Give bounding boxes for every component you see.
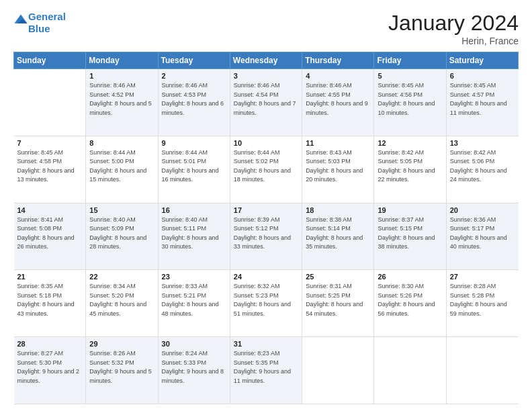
day-info: Sunrise: 8:31 AMSunset: 5:25 PMDaylight:… <box>306 283 363 317</box>
day-info: Sunrise: 8:37 AMSunset: 5:15 PMDaylight:… <box>378 216 435 250</box>
weekday-header-saturday: Saturday <box>446 52 518 69</box>
calendar-cell: 24 Sunrise: 8:32 AMSunset: 5:23 PMDaylig… <box>230 270 302 337</box>
day-number: 9 <box>162 139 226 147</box>
logo-icon <box>13 13 28 28</box>
calendar-cell: 14 Sunrise: 8:41 AMSunset: 5:08 PMDaylig… <box>14 203 86 270</box>
weekday-header-monday: Monday <box>86 52 158 69</box>
logo-text-line2: Blue <box>28 23 66 35</box>
calendar-cell: 30 Sunrise: 8:24 AMSunset: 5:33 PMDaylig… <box>158 337 230 404</box>
calendar-cell <box>302 337 374 404</box>
day-number: 12 <box>378 139 442 147</box>
day-info: Sunrise: 8:42 AMSunset: 5:05 PMDaylight:… <box>378 149 435 183</box>
day-info: Sunrise: 8:40 AMSunset: 5:09 PMDaylight:… <box>89 216 146 250</box>
day-number: 5 <box>378 72 442 80</box>
weekday-header-sunday: Sunday <box>14 52 86 69</box>
calendar-cell: 15 Sunrise: 8:40 AMSunset: 5:09 PMDaylig… <box>86 203 158 270</box>
calendar-cell: 19 Sunrise: 8:37 AMSunset: 5:15 PMDaylig… <box>374 203 446 270</box>
calendar-cell: 9 Sunrise: 8:44 AMSunset: 5:01 PMDayligh… <box>158 136 230 203</box>
day-info: Sunrise: 8:46 AMSunset: 4:52 PMDaylight:… <box>89 82 152 116</box>
day-info: Sunrise: 8:42 AMSunset: 5:06 PMDaylight:… <box>450 149 507 183</box>
calendar-cell: 8 Sunrise: 8:44 AMSunset: 5:00 PMDayligh… <box>86 136 158 203</box>
day-number: 27 <box>450 273 515 281</box>
week-row-1: 1 Sunrise: 8:46 AMSunset: 4:52 PMDayligh… <box>14 69 519 136</box>
calendar-cell: 23 Sunrise: 8:33 AMSunset: 5:21 PMDaylig… <box>158 270 230 337</box>
day-number: 16 <box>162 206 226 214</box>
day-info: Sunrise: 8:45 AMSunset: 4:58 PMDaylight:… <box>17 149 75 183</box>
calendar-cell: 2 Sunrise: 8:46 AMSunset: 4:53 PMDayligh… <box>158 69 230 136</box>
week-row-5: 28 Sunrise: 8:27 AMSunset: 5:30 PMDaylig… <box>14 337 519 404</box>
day-number: 31 <box>234 340 298 348</box>
weekday-header-row: SundayMondayTuesdayWednesdayThursdayFrid… <box>14 52 519 69</box>
day-number: 10 <box>234 139 298 147</box>
day-info: Sunrise: 8:40 AMSunset: 5:11 PMDaylight:… <box>162 216 219 250</box>
day-info: Sunrise: 8:45 AMSunset: 4:56 PMDaylight:… <box>378 82 435 116</box>
calendar-cell: 20 Sunrise: 8:36 AMSunset: 5:17 PMDaylig… <box>446 203 518 270</box>
day-number: 22 <box>89 273 154 281</box>
calendar-cell: 28 Sunrise: 8:27 AMSunset: 5:30 PMDaylig… <box>14 337 86 404</box>
logo-text-line1: General <box>28 11 66 23</box>
day-info: Sunrise: 8:46 AMSunset: 4:53 PMDaylight:… <box>162 82 224 116</box>
calendar-cell: 12 Sunrise: 8:42 AMSunset: 5:05 PMDaylig… <box>374 136 446 203</box>
weekday-header-tuesday: Tuesday <box>158 52 230 69</box>
day-number: 19 <box>378 206 442 214</box>
day-info: Sunrise: 8:24 AMSunset: 5:33 PMDaylight:… <box>162 350 224 384</box>
day-number: 4 <box>306 72 370 80</box>
day-info: Sunrise: 8:32 AMSunset: 5:23 PMDaylight:… <box>234 283 291 317</box>
calendar-cell: 26 Sunrise: 8:30 AMSunset: 5:26 PMDaylig… <box>374 270 446 337</box>
day-info: Sunrise: 8:44 AMSunset: 5:00 PMDaylight:… <box>89 149 146 183</box>
logo: General Blue <box>13 11 66 35</box>
calendar-cell: 11 Sunrise: 8:43 AMSunset: 5:03 PMDaylig… <box>302 136 374 203</box>
calendar-cell: 27 Sunrise: 8:28 AMSunset: 5:28 PMDaylig… <box>446 270 518 337</box>
title-block: January 2024 Herin, France <box>388 11 519 46</box>
day-number: 29 <box>89 340 154 348</box>
calendar-cell: 18 Sunrise: 8:38 AMSunset: 5:14 PMDaylig… <box>302 203 374 270</box>
day-number: 14 <box>17 206 83 214</box>
day-number: 26 <box>378 273 442 281</box>
day-info: Sunrise: 8:41 AMSunset: 5:08 PMDaylight:… <box>17 216 75 250</box>
day-info: Sunrise: 8:46 AMSunset: 4:55 PMDaylight:… <box>306 82 368 116</box>
header: General Blue January 2024 Herin, France <box>13 11 519 46</box>
weekday-header-friday: Friday <box>374 52 446 69</box>
calendar-cell: 10 Sunrise: 8:44 AMSunset: 5:02 PMDaylig… <box>230 136 302 203</box>
calendar-cell: 16 Sunrise: 8:40 AMSunset: 5:11 PMDaylig… <box>158 203 230 270</box>
day-info: Sunrise: 8:28 AMSunset: 5:28 PMDaylight:… <box>450 283 507 317</box>
day-info: Sunrise: 8:30 AMSunset: 5:26 PMDaylight:… <box>378 283 435 317</box>
day-info: Sunrise: 8:33 AMSunset: 5:21 PMDaylight:… <box>162 283 219 317</box>
day-number: 28 <box>17 340 83 348</box>
calendar-cell <box>14 69 86 136</box>
weekday-header-thursday: Thursday <box>302 52 374 69</box>
calendar-cell: 21 Sunrise: 8:35 AMSunset: 5:18 PMDaylig… <box>14 270 86 337</box>
day-info: Sunrise: 8:23 AMSunset: 5:35 PMDaylight:… <box>234 350 291 384</box>
day-number: 13 <box>450 139 515 147</box>
day-info: Sunrise: 8:27 AMSunset: 5:30 PMDaylight:… <box>17 350 80 384</box>
day-info: Sunrise: 8:44 AMSunset: 5:01 PMDaylight:… <box>162 149 219 183</box>
calendar-cell: 7 Sunrise: 8:45 AMSunset: 4:58 PMDayligh… <box>14 136 86 203</box>
location: Herin, France <box>388 36 519 46</box>
calendar-page: General Blue January 2024 Herin, France … <box>0 0 532 411</box>
day-info: Sunrise: 8:35 AMSunset: 5:18 PMDaylight:… <box>17 283 75 317</box>
calendar-cell: 31 Sunrise: 8:23 AMSunset: 5:35 PMDaylig… <box>230 337 302 404</box>
calendar-cell: 25 Sunrise: 8:31 AMSunset: 5:25 PMDaylig… <box>302 270 374 337</box>
calendar-cell: 13 Sunrise: 8:42 AMSunset: 5:06 PMDaylig… <box>446 136 518 203</box>
week-row-4: 21 Sunrise: 8:35 AMSunset: 5:18 PMDaylig… <box>14 270 519 337</box>
day-number: 17 <box>234 206 298 214</box>
day-number: 11 <box>306 139 370 147</box>
calendar-cell: 3 Sunrise: 8:46 AMSunset: 4:54 PMDayligh… <box>230 69 302 136</box>
weekday-header-wednesday: Wednesday <box>230 52 302 69</box>
week-row-2: 7 Sunrise: 8:45 AMSunset: 4:58 PMDayligh… <box>14 136 519 203</box>
day-info: Sunrise: 8:43 AMSunset: 5:03 PMDaylight:… <box>306 149 363 183</box>
month-title: January 2024 <box>388 11 519 36</box>
day-number: 6 <box>450 72 515 80</box>
calendar-cell: 4 Sunrise: 8:46 AMSunset: 4:55 PMDayligh… <box>302 69 374 136</box>
day-info: Sunrise: 8:45 AMSunset: 4:57 PMDaylight:… <box>450 82 507 116</box>
day-number: 25 <box>306 273 370 281</box>
calendar-cell <box>374 337 446 404</box>
day-number: 23 <box>162 273 226 281</box>
day-number: 30 <box>162 340 226 348</box>
day-number: 2 <box>162 72 226 80</box>
day-number: 18 <box>306 206 370 214</box>
day-number: 8 <box>89 139 154 147</box>
day-number: 7 <box>17 139 83 147</box>
day-number: 3 <box>234 72 298 80</box>
day-info: Sunrise: 8:34 AMSunset: 5:20 PMDaylight:… <box>89 283 146 317</box>
